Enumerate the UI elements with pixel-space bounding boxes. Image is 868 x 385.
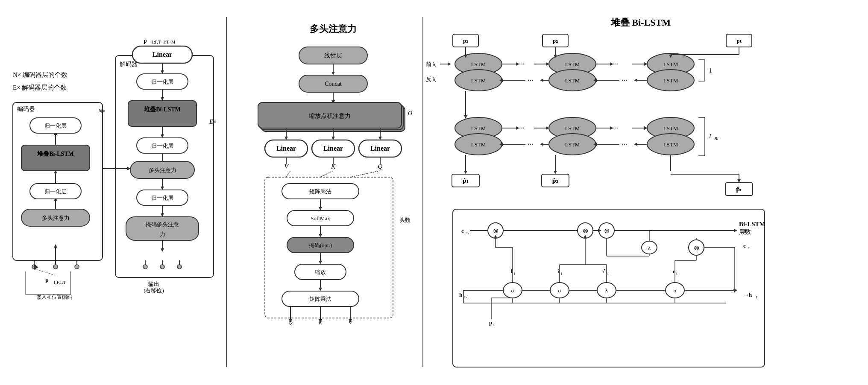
svg-text:c: c (743, 242, 746, 249)
svg-text:LSTM: LSTM (471, 61, 486, 67)
svg-text:c: c (461, 228, 464, 234)
svg-text:LSTM: LSTM (565, 61, 580, 67)
svg-text:p: p (489, 319, 492, 326)
svg-text:缩放: 缩放 (315, 269, 326, 275)
svg-text:LSTM: LSTM (565, 125, 580, 131)
svg-text:SoftMax: SoftMax (311, 215, 330, 222)
svg-marker-84 (331, 72, 335, 75)
svg-text:力: 力 (160, 231, 165, 237)
svg-rect-13 (21, 145, 90, 171)
svg-text:E×: E× (209, 119, 217, 125)
svg-text:⊗: ⊗ (694, 244, 699, 251)
svg-marker-65 (161, 213, 164, 217)
svg-line-142 (320, 171, 333, 177)
svg-marker-201 (464, 115, 467, 119)
svg-text:LSTM: LSTM (471, 125, 486, 131)
svg-text:掩码多头注意: 掩码多头注意 (146, 221, 179, 228)
svg-text:λ: λ (605, 287, 608, 294)
svg-text:ĉ: ĉ (603, 268, 606, 274)
svg-text:···: ··· (613, 124, 619, 132)
svg-text:掩码(opt.): 掩码(opt.) (309, 242, 332, 248)
svg-marker-154 (448, 62, 451, 66)
svg-text:前向: 前向 (426, 61, 437, 67)
svg-text:···: ··· (519, 124, 525, 132)
svg-text:p̂ₜ: p̂ₜ (736, 186, 742, 192)
svg-text:⊗: ⊗ (583, 227, 588, 234)
svg-text:p: p (144, 38, 147, 44)
svg-text:pₜ: pₜ (736, 38, 741, 44)
svg-text:Concat: Concat (325, 81, 342, 87)
svg-marker-240 (464, 171, 467, 174)
svg-text:p̂₁: p̂₁ (463, 178, 469, 184)
svg-text:LSTM: LSTM (565, 77, 580, 84)
svg-text:1:F,1:T: 1:F,1:T (53, 280, 66, 285)
svg-text:归一化层: 归一化层 (151, 79, 173, 85)
svg-marker-61 (161, 187, 164, 190)
svg-text:i: i (557, 268, 559, 274)
svg-line-143 (350, 171, 380, 177)
svg-text:头数: 头数 (399, 217, 411, 223)
svg-text:t-1: t-1 (466, 230, 471, 235)
svg-text:→h: →h (743, 292, 752, 298)
svg-text:σ: σ (558, 287, 561, 294)
svg-text:Linear: Linear (152, 51, 172, 58)
svg-text:归一化层: 归一化层 (151, 143, 173, 149)
svg-marker-189 (634, 79, 637, 82)
svg-text:1:F,T+1:T+M: 1:F,T+1:T+M (152, 40, 175, 44)
svg-text:h: h (743, 228, 747, 234)
svg-text:N×: N× (98, 108, 106, 114)
svg-marker-43 (161, 70, 164, 74)
svg-text:解码器: 解码器 (120, 61, 138, 67)
svg-text:···: ··· (622, 140, 628, 149)
svg-text:p₁: p₁ (463, 38, 469, 44)
svg-text:反向: 反向 (426, 76, 437, 82)
svg-marker-231 (634, 143, 637, 146)
svg-text:O: O (408, 110, 412, 117)
svg-text:多头注意力: 多头注意力 (149, 167, 176, 173)
svg-text:堆叠Bi-LSTM: 堆叠Bi-LSTM (37, 150, 74, 157)
svg-marker-242 (554, 171, 557, 174)
svg-line-141 (286, 171, 290, 177)
svg-text:Bi-LSTM: Bi-LSTM (739, 221, 765, 228)
svg-text:t: t (607, 271, 609, 276)
svg-text:p̂₂: p̂₂ (552, 178, 559, 184)
svg-text:⊕: ⊕ (604, 227, 610, 234)
svg-text:LSTM: LSTM (663, 61, 678, 67)
svg-text:LSTM: LSTM (471, 77, 486, 84)
svg-text:多头注意力: 多头注意力 (42, 215, 70, 221)
svg-text:t: t (514, 271, 515, 276)
svg-text:Linear: Linear (323, 145, 343, 152)
svg-text:t: t (493, 322, 495, 327)
svg-marker-246 (737, 179, 741, 183)
svg-point-25 (53, 265, 58, 269)
svg-text:嵌入和位置编码: 嵌入和位置编码 (36, 294, 72, 300)
svg-line-29 (34, 269, 56, 275)
svg-text:缩放点积注意力: 缩放点积注意力 (309, 113, 351, 119)
svg-text:Bi: Bi (714, 136, 718, 141)
svg-text:L: L (709, 133, 713, 140)
svg-text:线性层: 线性层 (324, 52, 342, 59)
svg-text:t: t (676, 271, 677, 276)
svg-text:矩阵乘法: 矩阵乘法 (309, 296, 331, 302)
svg-text:h: h (459, 292, 463, 298)
svg-text:t: t (748, 245, 750, 250)
svg-text:编码器: 编码器 (17, 106, 35, 112)
svg-text:LSTM: LSTM (565, 141, 580, 148)
svg-text:···: ··· (613, 60, 619, 68)
svg-text:σ: σ (511, 287, 514, 294)
svg-text:多头注意力: 多头注意力 (310, 23, 357, 34)
svg-text:归一化层: 归一化层 (44, 122, 67, 129)
svg-marker-78 (161, 248, 164, 252)
svg-text:p₂: p₂ (553, 38, 558, 44)
svg-text:归一化层: 归一化层 (151, 195, 173, 201)
svg-text:···: ··· (528, 76, 534, 85)
svg-marker-34 (34, 265, 38, 270)
svg-text:⊗: ⊗ (493, 227, 499, 234)
svg-text:归一化层: 归一化层 (44, 188, 67, 195)
svg-text:(右移位): (右移位) (144, 287, 164, 294)
svg-text:c: c (748, 227, 751, 232)
svg-text:···: ··· (528, 140, 534, 149)
svg-text:···: ··· (622, 76, 628, 85)
svg-text:1: 1 (709, 67, 712, 74)
svg-marker-51 (161, 134, 164, 138)
